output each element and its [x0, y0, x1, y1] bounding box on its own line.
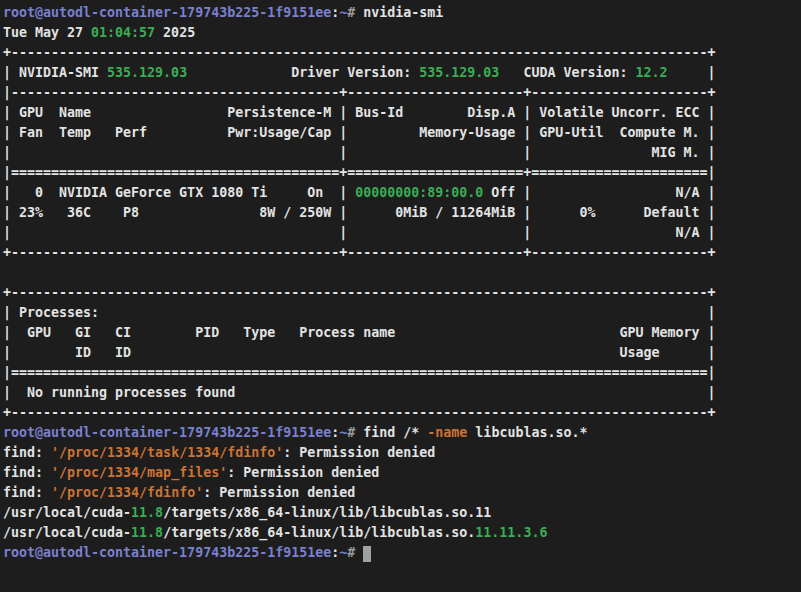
- terminal-text-span: |: [668, 65, 716, 80]
- gpu-row-2: | 23% 36C P8 8W / 250W | 0MiB / 11264MiB…: [3, 203, 801, 223]
- gpu-row-1: | 0 NVIDIA GeForce GTX 1080 Ti On | 0000…: [3, 183, 801, 203]
- terminal-text-span: 11.8: [131, 505, 163, 520]
- terminal-text-span: root@autodl-container-179743b225-1f9151e…: [3, 425, 331, 440]
- prompt-line-find: root@autodl-container-179743b225-1f9151e…: [3, 423, 801, 443]
- terminal-text-span: | 0 NVIDIA GeForce GTX 1080 Ti On |: [3, 185, 355, 200]
- proc-border-top: +---------------------------------------…: [3, 283, 801, 303]
- terminal-text-span: 2025: [155, 25, 195, 40]
- terminal-text-span: | ID ID Usage |: [3, 345, 715, 360]
- proc-separator: |=======================================…: [3, 363, 801, 383]
- terminal-screen[interactable]: root@autodl-container-179743b225-1f9151e…: [0, 0, 801, 592]
- terminal-text-span: find:: [3, 465, 51, 480]
- terminal-text-span: +---------------------------------------…: [3, 245, 715, 260]
- terminal-text-span: find /*: [363, 425, 427, 440]
- terminal-text-span: | NVIDIA-SMI: [3, 65, 107, 80]
- no-processes-row: | No running processes found |: [3, 383, 801, 403]
- smi-header-row-1: | GPU Name Persistence-M | Bus-Id Disp.A…: [3, 103, 801, 123]
- terminal-text-span: |---------------------------------------…: [3, 85, 715, 100]
- terminal-text-span: | | | MIG M. |: [3, 145, 715, 160]
- terminal-text-span: find:: [3, 485, 51, 500]
- terminal-text-span: /targets/x86_64-linux/lib/libcublas.so.1…: [163, 505, 491, 520]
- terminal-text-span: 01:04:57: [91, 25, 155, 40]
- terminal-text-span: +---------------------------------------…: [3, 285, 715, 300]
- terminal-text-span: | GPU GI CI PID Type Process name GPU Me…: [3, 325, 715, 340]
- find-error-1: find: '/proc/1334/task/1334/fdinfo': Per…: [3, 443, 801, 463]
- terminal-text-span: nvidia-smi: [363, 5, 443, 20]
- terminal-text-span: '/proc/1334/map_files': [51, 465, 227, 480]
- terminal-text-span: : Permission denied: [283, 445, 435, 460]
- terminal-text-span: | 23% 36C P8 8W / 250W | 0MiB / 11264MiB…: [3, 205, 715, 220]
- terminal-text-span: Tue May 27: [3, 25, 91, 40]
- proc-header-row-2: | ID ID Usage |: [3, 343, 801, 363]
- terminal-text-span: CUDA Version:: [499, 65, 635, 80]
- terminal-text-span: /targets/x86_64-linux/lib/libcublas.so.: [163, 525, 475, 540]
- smi-border-top: +---------------------------------------…: [3, 43, 801, 63]
- smi-header-row-3: | | | MIG M. |: [3, 143, 801, 163]
- smi-header-row-2: | Fan Temp Perf Pwr:Usage/Cap | Memory-U…: [3, 123, 801, 143]
- terminal-text-span: | GPU Name Persistence-M | Bus-Id Disp.A…: [3, 105, 715, 120]
- terminal-text-span: Off | N/A |: [483, 185, 715, 200]
- date-line: Tue May 27 01:04:57 2025: [3, 23, 801, 43]
- terminal-text-span: 11.11.3.6: [475, 525, 547, 540]
- terminal-text-span: /usr/local/cuda-: [3, 505, 131, 520]
- find-error-3: find: '/proc/1334/fdinfo': Permission de…: [3, 483, 801, 503]
- blank-line: [3, 263, 801, 283]
- proc-border-bottom: +---------------------------------------…: [3, 403, 801, 423]
- terminal-text-span: '/proc/1334/task/1334/fdinfo': [51, 445, 283, 460]
- find-result-1: /usr/local/cuda-11.8/targets/x86_64-linu…: [3, 503, 801, 523]
- terminal-text-span: : Permission denied: [227, 465, 379, 480]
- terminal-text-span: root@autodl-container-179743b225-1f9151e…: [3, 545, 331, 560]
- terminal-text-span: |=======================================…: [3, 165, 715, 180]
- terminal-text-span: '/proc/1334/fdinfo': [51, 485, 203, 500]
- terminal-text-span: : Permission denied: [203, 485, 355, 500]
- terminal-text-span: 535.129.03: [419, 65, 499, 80]
- terminal-text-span: | Processes: |: [3, 305, 715, 320]
- terminal-text-span: 12.2: [635, 65, 667, 80]
- smi-border-bottom: +---------------------------------------…: [3, 243, 801, 263]
- terminal-text-span: #: [347, 545, 363, 560]
- terminal-text-span: 11.8: [131, 525, 163, 540]
- terminal-text-span: libcublas.so.*: [467, 425, 587, 440]
- terminal-cursor: [363, 546, 371, 562]
- terminal-text-span: -name: [427, 425, 467, 440]
- terminal-text-span: |=======================================…: [3, 365, 715, 380]
- terminal-text-span: #: [347, 425, 363, 440]
- find-result-2: /usr/local/cuda-11.8/targets/x86_64-linu…: [3, 523, 801, 543]
- proc-header-row-1: | GPU GI CI PID Type Process name GPU Me…: [3, 323, 801, 343]
- terminal-text-span: Driver Version:: [187, 65, 419, 80]
- terminal-text-span: | | | N/A |: [3, 225, 715, 240]
- prompt-line-nvidia-smi: root@autodl-container-179743b225-1f9151e…: [3, 3, 801, 23]
- terminal-text-span: root@autodl-container-179743b225-1f9151e…: [3, 5, 331, 20]
- terminal-text-span: #: [347, 5, 363, 20]
- proc-title-row: | Processes: |: [3, 303, 801, 323]
- gpu-row-3: | | | N/A |: [3, 223, 801, 243]
- terminal-text-span: | Fan Temp Perf Pwr:Usage/Cap | Memory-U…: [3, 125, 715, 140]
- smi-separator-1: |---------------------------------------…: [3, 83, 801, 103]
- find-error-2: find: '/proc/1334/map_files': Permission…: [3, 463, 801, 483]
- smi-version-row: | NVIDIA-SMI 535.129.03 Driver Version: …: [3, 63, 801, 83]
- terminal-text-span: find:: [3, 445, 51, 460]
- terminal-text-span: 00000000:89:00.0: [355, 185, 483, 200]
- prompt-line-current: root@autodl-container-179743b225-1f9151e…: [3, 543, 801, 563]
- terminal-text-span: | No running processes found |: [3, 385, 715, 400]
- terminal-text-span: /usr/local/cuda-: [3, 525, 131, 540]
- terminal-text-span: +---------------------------------------…: [3, 45, 715, 60]
- smi-separator-2: |=======================================…: [3, 163, 801, 183]
- terminal-text-span: +---------------------------------------…: [3, 405, 715, 420]
- terminal-text-span: 535.129.03: [107, 65, 187, 80]
